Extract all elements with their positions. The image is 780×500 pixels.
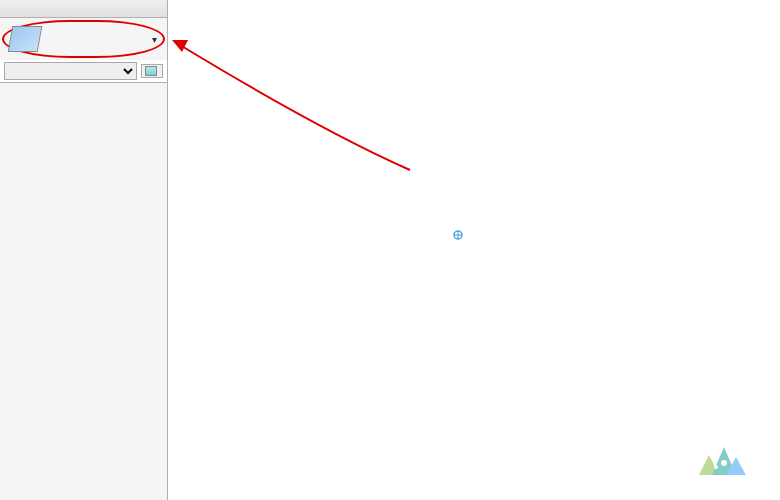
watermark xyxy=(694,435,760,485)
svg-point-3 xyxy=(721,460,727,466)
edit-type-button[interactable] xyxy=(141,64,163,78)
properties-panel: ▾ xyxy=(0,0,168,500)
model-viewport[interactable] xyxy=(168,0,780,500)
chevron-down-icon: ▾ xyxy=(152,34,157,45)
instance-selector-row xyxy=(0,60,167,83)
instance-select[interactable] xyxy=(4,62,137,80)
svg-point-4 xyxy=(714,465,718,469)
type-selector-block[interactable]: ▾ xyxy=(2,20,165,58)
edit-type-icon xyxy=(145,66,157,76)
panel-header xyxy=(0,0,167,18)
floor-grid-model xyxy=(168,0,780,500)
watermark-logo-icon xyxy=(694,435,754,485)
type-thumbnail-icon xyxy=(8,26,43,52)
